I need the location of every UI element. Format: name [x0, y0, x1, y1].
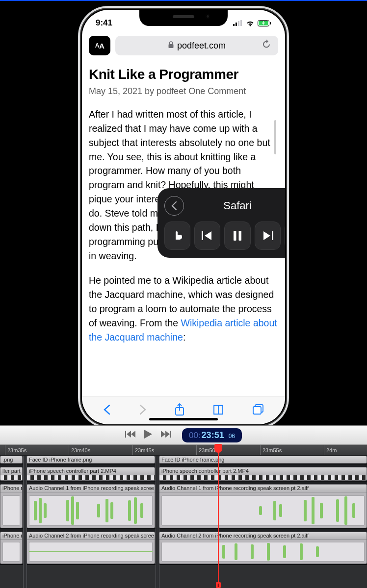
- timecode-display[interactable]: 00: 23:51 06: [182, 428, 242, 442]
- nav-forward-icon: [139, 404, 147, 417]
- clip-label[interactable]: Audio Channel 2 from iPhone recording sp…: [159, 532, 367, 540]
- svg-rect-15: [125, 431, 126, 438]
- clip-label[interactable]: .png: [0, 456, 22, 464]
- cellular-icon: [233, 20, 243, 26]
- article-p2: He pointed me to a Wikipedia article abo…: [89, 273, 278, 344]
- clip-label[interactable]: iPhone r: [0, 485, 22, 492]
- notch: [139, 10, 228, 26]
- time-ruler[interactable]: 23m35s 23m40s 23m45s 23m50s 23m55s 24m: [0, 445, 367, 456]
- ruler-tick: 23m35s: [5, 445, 26, 455]
- svg-rect-3: [240, 20, 242, 26]
- finger-button[interactable]: [164, 221, 190, 250]
- svg-rect-0: [233, 24, 235, 26]
- domain-text: podfeet.com: [177, 41, 226, 51]
- svg-rect-9: [234, 231, 236, 241]
- battery-icon: [258, 20, 271, 26]
- svg-rect-8: [202, 231, 203, 240]
- ruler-tick: 23m45s: [132, 445, 154, 455]
- pause-button[interactable]: [224, 221, 250, 250]
- clip-label[interactable]: iPhone speech controller part 2.MP4: [159, 467, 367, 475]
- svg-rect-14: [253, 407, 261, 414]
- address-bar[interactable]: podfeet.com: [115, 36, 278, 55]
- fastforward-button[interactable]: [160, 430, 171, 440]
- bookmarks-icon[interactable]: [212, 404, 224, 417]
- playback-bar: 00: 23:51 06: [0, 425, 367, 445]
- home-indicator[interactable]: [149, 418, 218, 420]
- svg-rect-7: [168, 44, 173, 48]
- empty-button[interactable]: [285, 221, 285, 250]
- timeline-track[interactable]: .png Face ID iPhone frame.png Face ID iP…: [0, 456, 367, 465]
- phone-frame: 9:41 AA: [78, 6, 289, 428]
- speak-screen-panel[interactable]: Safari: [157, 188, 285, 258]
- timeline-track[interactable]: iPhone r Audio Channel 2 from iPhone rec…: [0, 532, 367, 565]
- play-button[interactable]: [144, 429, 153, 441]
- wifi-icon: [246, 20, 255, 26]
- speak-panel-title: Safari: [223, 199, 251, 212]
- next-button[interactable]: [255, 221, 281, 250]
- rewind-button[interactable]: [125, 430, 136, 440]
- clip-label[interactable]: iPhone speech controller part 2.MP4: [27, 467, 155, 475]
- svg-rect-1: [236, 23, 237, 26]
- timeline-track[interactable]: iPhone r Audio Channel 1 from iPhone rec…: [0, 484, 367, 529]
- svg-rect-2: [238, 21, 239, 26]
- clip-label[interactable]: Face ID iPhone frame.png: [159, 456, 367, 464]
- prev-button[interactable]: [194, 221, 220, 250]
- reload-icon[interactable]: [262, 40, 271, 52]
- playhead[interactable]: [218, 445, 219, 588]
- nav-back-icon[interactable]: [103, 404, 111, 417]
- clip-label[interactable]: Audio Channel 1 from iPhone recording sp…: [159, 485, 367, 492]
- svg-rect-11: [272, 231, 273, 240]
- ruler-tick: 23m55s: [260, 445, 282, 455]
- lock-icon: [168, 41, 174, 51]
- article-title: Knit Like a Programmer: [89, 67, 278, 82]
- share-icon[interactable]: [175, 403, 184, 418]
- text-size-button[interactable]: AA: [89, 36, 110, 55]
- ruler-tick: 23m40s: [69, 445, 90, 455]
- back-button[interactable]: [164, 196, 184, 216]
- clip-label[interactable]: iPhone r: [0, 532, 22, 540]
- clip-label[interactable]: Face ID iPhone frame.png: [27, 456, 155, 464]
- svg-rect-10: [239, 231, 242, 241]
- svg-rect-6: [270, 22, 271, 24]
- clip-label[interactable]: ller part: [0, 467, 22, 475]
- clip-label[interactable]: Audio Channel 1 from iPhone recording sp…: [27, 485, 155, 492]
- timeline-track[interactable]: ller part iPhone speech controller part …: [0, 467, 367, 482]
- clip-label[interactable]: Audio Channel 2 from iPhone recording sp…: [27, 532, 155, 540]
- tabs-icon[interactable]: [252, 404, 264, 417]
- ruler-tick: 24m: [324, 445, 337, 455]
- svg-rect-16: [170, 431, 171, 438]
- article-meta: May 15, 2021 by podfeet One Comment: [89, 86, 278, 97]
- timeline[interactable]: 23m35s 23m40s 23m45s 23m50s 23m55s 24m .…: [0, 445, 367, 588]
- clock: 9:41: [96, 18, 112, 28]
- scroll-indicator[interactable]: [274, 120, 276, 154]
- preview-viewer: 9:41 AA: [0, 2, 367, 425]
